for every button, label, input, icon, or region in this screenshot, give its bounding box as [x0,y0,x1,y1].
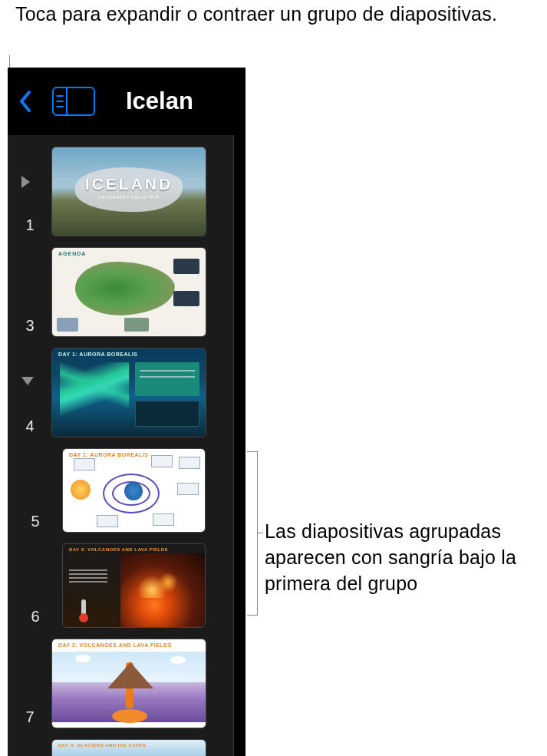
callout-top: Toca para expandir o contraer un grupo d… [15,2,497,28]
slide-row-indented[interactable]: 5 DAY 1: AURORA BOREALIS [8,449,233,532]
toolbar: Icelan [8,68,245,135]
slide-navigator[interactable]: 1 ICELAND GEOGRAPHY FIELD TRIP 3 AGENDA [8,135,234,756]
slide-row[interactable]: 3 AGENDA [8,248,233,336]
slide-row[interactable]: 7 DAY 2: VOLCANOES AND LAVA FIELDS [8,639,233,728]
slide-row-indented[interactable]: 6 DAY 2: VOLCANOES AND LAVA FIELDS [8,544,233,627]
slide-number: 3 [25,317,34,335]
slide-subtitle-text: GEOGRAPHY FIELD TRIP [52,195,206,200]
slide-thumbnail[interactable]: DAY 1: AURORA BOREALIS [63,449,205,532]
slide-number: 7 [25,708,34,726]
slide-number: 1 [25,216,34,234]
callout-bracket-stem [258,533,263,533]
slide-number: 5 [31,513,39,530]
slide-thumbnail[interactable]: DAY 1: AURORA BOREALIS [52,348,206,437]
slide-title-text: ICELAND [52,175,206,193]
slide-number: 4 [25,418,34,435]
slide-row[interactable]: 4 DAY 1: AURORA BOREALIS [8,348,233,437]
back-button[interactable] [15,86,35,117]
slide-header-text: DAY 3: GLACIERS AND ICE CAVES [58,743,146,748]
callout-bracket [247,451,258,616]
disclosure-triangle-expanded[interactable] [21,377,34,385]
slide-row[interactable]: 1 ICELAND GEOGRAPHY FIELD TRIP [8,147,233,236]
slide-header-text: DAY 2: VOLCANOES AND LAVA FIELDS [69,547,168,552]
slide-header-text: DAY 1: AURORA BOREALIS [58,352,137,357]
slide-thumbnail[interactable]: DAY 2: VOLCANOES AND LAVA FIELDS [63,544,205,627]
navigator-icon [54,88,68,114]
chevron-left-icon [18,90,32,113]
keynote-app: Icelan 1 ICELAND GEOGRAPHY FIELD TRIP 3 … [8,68,245,756]
slide-header-text: DAY 1: AURORA BOREALIS [69,452,148,457]
slide-thumbnail[interactable]: DAY 2: VOLCANOES AND LAVA FIELDS [52,639,206,728]
slide-number: 6 [31,608,39,626]
slide-row[interactable]: DAY 3: GLACIERS AND ICE CAVES [8,740,233,756]
callout-right: Las diapositivas agrupadas aparecen con … [265,519,547,596]
slide-header-text: AGENDA [58,251,86,256]
disclosure-triangle-collapsed[interactable] [21,176,30,188]
document-title: Icelan [126,87,193,115]
slide-thumbnail[interactable]: DAY 3: GLACIERS AND ICE CAVES [52,740,206,756]
slide-header-text: DAY 2: VOLCANOES AND LAVA FIELDS [58,642,172,648]
slide-thumbnail[interactable]: AGENDA [52,248,206,336]
slide-thumbnail[interactable]: ICELAND GEOGRAPHY FIELD TRIP [52,147,206,236]
view-options-button[interactable] [52,87,95,116]
